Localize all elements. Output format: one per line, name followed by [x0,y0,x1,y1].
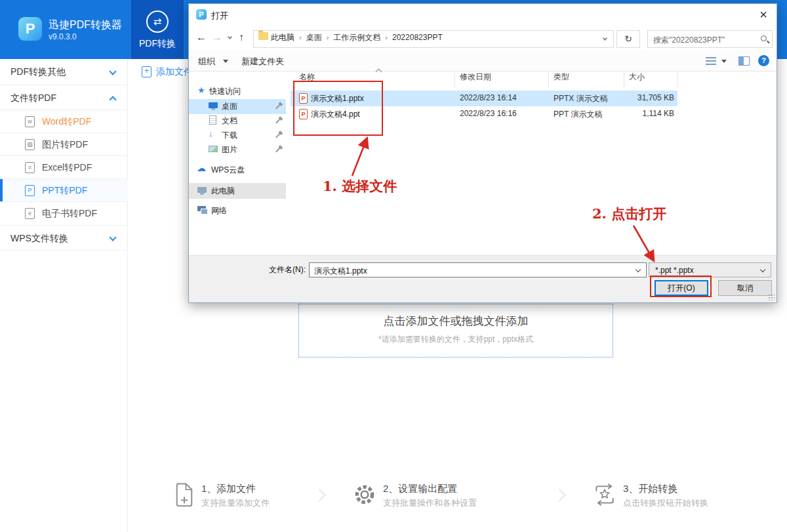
back-button[interactable]: ← [196,31,207,43]
pin-icon [275,119,281,124]
network-icon [197,206,206,211]
add-file-icon: + [142,66,151,77]
column-header-size[interactable]: 大小 [629,72,645,83]
list-view-icon[interactable] [706,57,716,66]
step-separator-icon [313,489,326,502]
image-file-icon: ▨ [25,139,35,150]
column-divider [624,73,624,87]
column-divider [454,73,455,87]
tab-label: PDF转换 [131,38,184,50]
chevron-up-icon [109,96,116,103]
breadcrumb[interactable]: 此电脑›桌面›工作示例文档›20220823PPT [253,30,614,48]
documents-icon [209,115,216,125]
step2-title: 2、设置输出配置 [383,483,457,495]
preview-pane-icon[interactable] [738,56,750,66]
search-box[interactable]: 搜索"20220823PPT" [647,30,773,48]
cancel-button[interactable]: 取消 [718,280,772,296]
column-divider [548,73,549,87]
breadcrumb-separator: › [294,33,306,41]
step1-title: 1、添加文件 [201,483,256,495]
app-version: v9.0.3.0 [49,32,77,41]
app-logo: P [18,17,42,41]
file-dropzone[interactable]: 点击添加文件或拖拽文件添加 *请添加需要转换的文件，支持ppt，pptx格式 [298,304,613,358]
sidebar-item-ppt-to-pdf[interactable]: P PPT转PDF [0,179,128,202]
refresh-button[interactable]: ↻ [616,30,640,48]
step-separator-icon [553,489,566,502]
ebook-file-icon: e [25,208,35,219]
word-file-icon: w [25,116,35,127]
app-title: 迅捷PDF转换器 [49,18,122,32]
chevron-down-icon[interactable] [636,267,641,272]
view-dropdown-icon[interactable] [721,60,727,63]
sidebar: PDF转换其他 文件转PDF w Word转PDF ▨ 图片转PDF ≡ Exc… [0,59,128,532]
desktop-icon [209,102,218,108]
breadcrumb-separator: › [380,33,392,41]
dialog-app-icon: P [196,9,207,20]
sidebar-item-image-to-pdf[interactable]: ▨ 图片转PDF [0,133,128,156]
dialog-title: 打开 [211,10,228,22]
downloads-icon: ↓ [209,129,213,138]
breadcrumb-dropdown-icon[interactable] [603,36,607,41]
dropzone-subtitle: *请添加需要转换的文件，支持ppt，pptx格式 [299,334,613,345]
nav-wps-cloud[interactable]: ☁ WPS云盘 [189,162,286,178]
pin-icon [275,133,281,138]
history-dropdown-icon[interactable] [228,35,232,39]
active-indicator [0,179,3,201]
sidebar-item-ebook-to-pdf[interactable]: e 电子书转PDF [0,202,128,226]
annotation-step1-text: 1. 选择文件 [323,177,397,195]
nav-pictures[interactable]: 图片 [189,142,286,157]
up-button[interactable]: ↑ [239,31,244,43]
filename-label: 文件名(N): [252,264,306,276]
column-header-type[interactable]: 类型 [554,72,569,83]
chevron-down-icon [760,267,765,272]
column-divider [677,73,678,87]
folder-icon [258,32,268,40]
organize-menu[interactable]: 组织 [198,56,215,68]
quick-access-star-icon: ★ [197,85,205,95]
nav-this-pc[interactable]: 此电脑 [189,183,286,199]
nav-network[interactable]: 网络 [189,203,286,218]
add-file-step-icon [174,483,194,508]
search-icon [761,35,767,41]
new-folder-button[interactable]: 新建文件夹 [241,56,284,68]
search-input[interactable]: 搜索"20220823PPT" [653,35,725,46]
dropzone-title: 点击添加文件或拖拽文件添加 [299,314,613,329]
resize-grip[interactable] [768,294,775,300]
breadcrumb-desktop[interactable]: 桌面 [306,33,322,42]
sidebar-item-excel-to-pdf[interactable]: ≡ Excel转PDF [0,156,128,179]
nav-quick-access[interactable]: ★ 快速访问 [189,84,286,99]
organize-dropdown-icon [223,60,228,63]
annotation-step2-text: 2. 点击打开 [592,205,666,223]
breadcrumb-separator: › [322,33,334,41]
pictures-icon [209,146,218,152]
breadcrumb-current-folder[interactable]: 20220823PPT [392,33,443,42]
chevron-down-icon [109,234,116,241]
convert-loop-icon [592,483,617,506]
step1-desc: 支持批量添加文件 [201,497,270,509]
breadcrumb-this-pc[interactable]: 此电脑 [271,33,294,42]
forward-button[interactable]: → [212,31,222,43]
open-file-dialog: P 打开 × ← → ↑ 此电脑›桌面›工作示例文档›20220823PPT ↻… [188,3,777,303]
sidebar-section-wps-convert[interactable]: WPS文件转换 [0,226,128,251]
sidebar-item-word-to-pdf[interactable]: w Word转PDF [0,110,128,133]
nav-downloads[interactable]: ↓ 下载 [189,128,286,143]
sidebar-section-file-to-pdf[interactable]: 文件转PDF [0,85,128,110]
column-header-date[interactable]: 修改日期 [460,72,491,83]
step3-desc: 点击转换按钮开始转换 [623,497,708,509]
close-icon[interactable]: × [759,7,767,22]
ppt-file-icon: P [25,185,35,196]
step2-desc: 支持批量操作和各种设置 [383,497,477,509]
breadcrumb-work-folder[interactable]: 工作示例文档 [333,33,380,42]
tab-pdf-convert[interactable]: ⇄ PDF转换 [131,0,184,59]
settings-gear-icon [353,483,376,506]
step3-title: 3、开始转换 [623,483,677,495]
convert-arrows-icon: ⇄ [146,10,169,33]
nav-desktop[interactable]: 桌面 [189,99,286,114]
dialog-toolbar: 组织 新建文件夹 ? [189,51,777,72]
help-icon[interactable]: ? [758,55,769,66]
annotation-rect-files [293,81,383,136]
nav-documents[interactable]: 文档 [189,113,286,129]
sidebar-section-pdf-other[interactable]: PDF转换其他 [0,59,128,85]
chevron-down-icon [109,68,116,75]
filename-input[interactable]: 演示文稿1.pptx [309,262,647,277]
